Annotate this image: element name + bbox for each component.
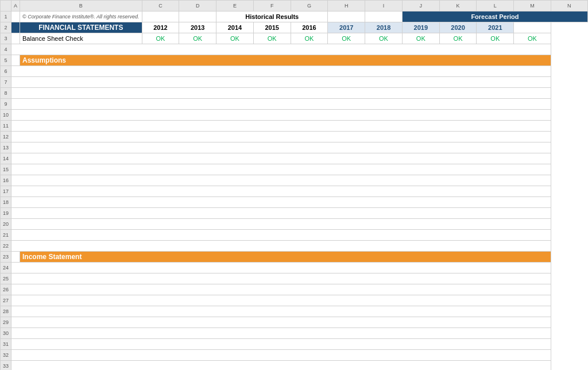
col-j-header: J <box>402 1 439 11</box>
row-27: 27 <box>1 295 588 306</box>
row-3-a <box>11 33 20 44</box>
row-11: 11 <box>1 121 588 132</box>
ok-h: OK <box>328 33 365 44</box>
row-29: 29 <box>1 317 588 328</box>
row-21: 21 <box>1 230 588 241</box>
year-2012: 2012 <box>142 22 179 33</box>
row-32: 32 <box>1 350 588 361</box>
col-k-header: K <box>439 1 477 11</box>
ok-d: OK <box>179 33 216 44</box>
year-2017: 2017 <box>328 22 365 33</box>
row-10: 10 <box>1 110 588 121</box>
forecast-header: Forecast Period <box>402 11 587 22</box>
year-2020: 2020 <box>439 22 477 33</box>
row-2: 2 FINANCIAL STATEMENTS 2012 2013 2014 20… <box>1 22 588 33</box>
row-28: 28 <box>1 306 588 317</box>
row-2-num: 2 <box>1 22 11 33</box>
row-23-num: 23 <box>1 252 11 263</box>
row-4-num: 4 <box>1 44 11 55</box>
ok-j: OK <box>402 33 439 44</box>
row-1-i <box>365 11 403 22</box>
col-l-header: L <box>477 1 514 11</box>
row-1-c <box>142 11 179 22</box>
col-c-header: C <box>142 1 179 11</box>
col-b-header: B <box>20 1 142 11</box>
row-14: 14 <box>1 153 588 164</box>
col-h-header: H <box>328 1 365 11</box>
row-22: 22 <box>1 241 588 252</box>
col-a-header: A <box>11 1 20 11</box>
row-13: 13 <box>1 142 588 153</box>
row-25: 25 <box>1 273 588 284</box>
year-2018: 2018 <box>365 22 403 33</box>
col-m-header: M <box>514 1 551 11</box>
year-2014: 2014 <box>216 22 254 33</box>
row-1-a <box>11 11 20 22</box>
row-17: 17 <box>1 186 588 197</box>
historical-header: Historical Results <box>216 11 328 22</box>
row-1-h <box>328 11 365 22</box>
year-2019: 2019 <box>402 22 439 33</box>
row-5-a <box>11 55 20 66</box>
col-g-header: G <box>291 1 328 11</box>
ok-l: OK <box>477 33 514 44</box>
ok-i: OK <box>365 33 403 44</box>
row-4-empty <box>11 44 551 55</box>
row-1-num: 1 <box>1 11 11 22</box>
ok-m: OK <box>514 33 551 44</box>
row-2-a <box>11 22 20 33</box>
balance-check-label: Balance Sheet Check <box>20 33 142 44</box>
year-2021: 2021 <box>477 22 514 33</box>
row-19: 19 <box>1 208 588 219</box>
year-2013: 2013 <box>179 22 216 33</box>
year-2015: 2015 <box>253 22 291 33</box>
ok-g: OK <box>291 33 328 44</box>
row-18: 18 <box>1 197 588 208</box>
col-i-header: I <box>365 1 403 11</box>
row-20: 20 <box>1 219 588 230</box>
row-5-num: 5 <box>1 55 11 66</box>
col-e-header: E <box>216 1 254 11</box>
ok-k: OK <box>439 33 477 44</box>
col-f-header: F <box>253 1 291 11</box>
row-5: 5 Assumptions <box>1 55 588 66</box>
row-33: 33 <box>1 361 588 371</box>
col-header-row: A B C D E F G H I J K L M N <box>1 1 588 11</box>
assumptions-header: Assumptions <box>20 55 551 66</box>
ok-f: OK <box>253 33 291 44</box>
fin-stmt-label: FINANCIAL STATEMENTS <box>20 22 142 33</box>
row-12: 12 <box>1 132 588 142</box>
income-stmt-header: Income Statement <box>20 252 551 263</box>
spreadsheet: A B C D E F G H I J K L M N 1 © Corporat… <box>0 0 588 370</box>
row-30: 30 <box>1 328 588 339</box>
row-26: 26 <box>1 284 588 295</box>
row-15: 15 <box>1 164 588 175</box>
row-7: 7 <box>1 77 588 88</box>
row-16: 16 <box>1 175 588 186</box>
row-23: 23 Income Statement <box>1 252 588 263</box>
col-n-header: N <box>551 1 587 11</box>
ok-e: OK <box>216 33 254 44</box>
row-3: 3 Balance Sheet Check OK OK OK OK OK OK … <box>1 33 588 44</box>
row-1: 1 © Corporate Finance Institute®. All ri… <box>1 11 588 22</box>
row-6: 6 <box>1 66 588 77</box>
row-4: 4 <box>1 44 588 55</box>
row-31: 31 <box>1 339 588 350</box>
row-1-d <box>179 11 216 22</box>
col-d-header: D <box>179 1 216 11</box>
row-2-m <box>514 22 551 33</box>
corner-cell <box>1 1 11 11</box>
row-24: 24 <box>1 263 588 273</box>
row-9: 9 <box>1 99 588 110</box>
row-8: 8 <box>1 88 588 99</box>
copyright-cell: © Corporate Finance Institute®. All righ… <box>20 11 142 22</box>
ok-c: OK <box>142 33 179 44</box>
row-23-a <box>11 252 20 263</box>
row-3-num: 3 <box>1 33 11 44</box>
year-2016: 2016 <box>291 22 328 33</box>
